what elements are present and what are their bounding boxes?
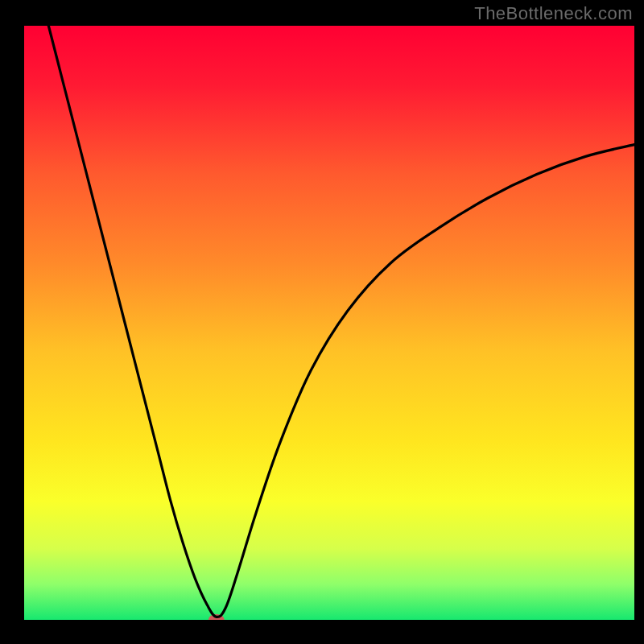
chart-svg [0,0,644,644]
frame-right [634,0,644,644]
frame-left [0,0,24,644]
chart-stage: TheBottleneck.com [0,0,644,644]
plot-background [24,26,634,620]
frame-bottom [0,620,644,644]
watermark-text: TheBottleneck.com [474,3,633,24]
